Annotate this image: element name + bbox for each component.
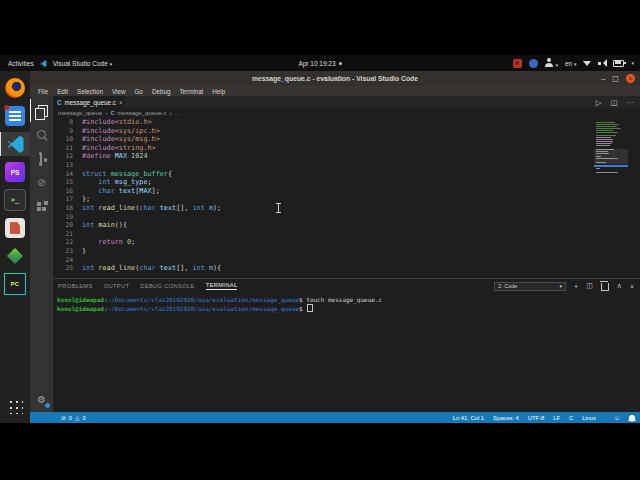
search-icon[interactable] [30, 123, 53, 146]
activity-bar: ⊘ ⚙ [30, 96, 53, 412]
breadcrumb-file[interactable]: message_queue.c [117, 110, 166, 116]
code-line-9[interactable]: 9#include<sys/ipc.h> [53, 127, 640, 136]
firefox-dock-icon[interactable] [3, 76, 27, 100]
more-actions-icon[interactable]: ··· [627, 98, 635, 107]
firefox-icon [5, 78, 25, 98]
status-cursor-position[interactable]: Ln 41, Col 1 [453, 415, 484, 421]
status-eol[interactable]: LF [553, 415, 560, 421]
panel-tab-output[interactable]: OUTPUT [104, 283, 130, 289]
menu-help[interactable]: Help [212, 88, 225, 95]
code-line-24[interactable]: 24 [53, 256, 640, 265]
menu-view[interactable]: View [112, 88, 126, 95]
menu-go[interactable]: Go [134, 88, 142, 95]
network-icon[interactable] [583, 61, 591, 66]
line-number: 15 [53, 178, 73, 187]
run-button[interactable]: ▷ [596, 98, 602, 107]
terminal-app-dock-icon[interactable]: >_ [3, 188, 27, 212]
code-line-14[interactable]: 14struct message_buffer{ [53, 170, 640, 179]
phpstorm-dock-icon[interactable]: PS [3, 160, 27, 184]
libreoffice-dock-icon[interactable] [3, 216, 27, 240]
input-language-menu[interactable]: en ▾ [565, 60, 577, 67]
code-line-23[interactable]: 23} [53, 247, 640, 256]
terminal[interactable]: konul@ideapad:~/Documents/sfaz20192020/o… [53, 292, 640, 313]
problems-status[interactable]: ⊘ 0 △ 0 [61, 415, 86, 421]
minimap-slider[interactable] [594, 149, 628, 164]
editor-minimap[interactable] [596, 122, 626, 182]
explorer-icon[interactable] [30, 99, 54, 122]
code-editor[interactable]: 8#include<stdio.h>9#include<sys/ipc.h>10… [53, 118, 640, 278]
activities-button[interactable]: Activities [8, 60, 34, 67]
maximize-button[interactable]: ◻ [612, 75, 619, 83]
pycharm-dock-icon[interactable]: PC [3, 272, 27, 296]
menu-terminal[interactable]: Terminal [179, 88, 203, 95]
ubuntu-dock: PS>_PC [0, 71, 30, 423]
panel-tab-terminal[interactable]: TERMINAL [206, 282, 238, 290]
code-line-10[interactable]: 10#include<sys/msg.h> [53, 135, 640, 144]
menu-edit[interactable]: Edit [57, 88, 68, 95]
split-editor-icon[interactable]: ◫ [610, 98, 617, 107]
tab-message-queue[interactable]: C message_queue.c × [53, 96, 125, 108]
code-line-22[interactable]: 22 return 0; [53, 238, 640, 247]
menu-file[interactable]: File [38, 88, 48, 95]
code-line-25[interactable]: 25int read_line(char text[], int n){ [53, 264, 640, 273]
tab-close-icon[interactable]: × [119, 99, 123, 106]
code-line-12[interactable]: 12#define MAX 1024 [53, 152, 640, 161]
close-button[interactable]: × [626, 74, 635, 83]
screen: Activities Visual Studio Code ▾ Apr 10 1… [0, 0, 640, 480]
manage-gear-icon[interactable]: ⚙ [30, 388, 53, 411]
new-terminal-icon[interactable]: + [574, 283, 578, 290]
clock[interactable]: Apr 10 19:23 [298, 60, 335, 67]
code-line-13[interactable]: 13 [53, 161, 640, 170]
kill-terminal-icon[interactable] [601, 283, 609, 291]
vscode-dock-icon[interactable] [0, 132, 31, 156]
debug-icon[interactable]: ⊘ [30, 171, 53, 194]
line-number: 9 [53, 127, 73, 136]
status-language-mode[interactable]: C [569, 415, 573, 421]
status-indentation[interactable]: Spaces: 4 [493, 415, 519, 421]
panel-tab-problems[interactable]: PROBLEMS [58, 283, 93, 289]
menu-bar: FileEditSelectionViewGoDebugTerminalHelp [30, 86, 640, 96]
code-line-21[interactable]: 21 [53, 230, 640, 239]
window-title-bar[interactable]: message_queue.c - evaluation - Visual St… [30, 71, 640, 86]
line-number: 14 [53, 170, 73, 179]
maximize-panel-icon[interactable]: ∧ [617, 282, 622, 290]
extensions-icon[interactable] [30, 195, 53, 218]
files-icon [5, 106, 25, 126]
battery-icon[interactable] [613, 60, 624, 67]
line-number: 19 [53, 213, 73, 222]
split-terminal-icon[interactable]: ◫ [586, 282, 593, 290]
code-line-17[interactable]: 17}; [53, 195, 640, 204]
panel-tab-debug-console[interactable]: DEBUG CONSOLE [140, 283, 194, 289]
code-line-18[interactable]: 18int read_line(char text[], int n); [53, 204, 640, 213]
show-applications-button[interactable] [7, 398, 23, 414]
code-line-15[interactable]: 15 int msg_type; [53, 178, 640, 187]
close-panel-icon[interactable]: × [630, 283, 634, 290]
code-text: int main(){ [82, 221, 127, 230]
menu-debug[interactable]: Debug [152, 88, 171, 95]
focused-app-menu[interactable]: Visual Studio Code ▾ [53, 60, 113, 67]
breadcrumb: message_queue › C message_queue.c › … [53, 108, 640, 118]
status-remote-os[interactable]: Linux [582, 415, 596, 421]
user-menu[interactable]: ▾ [545, 58, 558, 68]
code-line-19[interactable]: 19 [53, 213, 640, 222]
code-text: int read_line(char text[], int n); [82, 204, 221, 213]
screen-record-icon[interactable] [513, 59, 522, 68]
breadcrumb-more[interactable]: … [174, 110, 180, 116]
code-line-11[interactable]: 11#include<string.h> [53, 144, 640, 153]
feedback-smiley-icon[interactable]: ☺ [614, 415, 620, 421]
system-menu-caret-icon[interactable]: ▾ [631, 60, 634, 66]
minimize-button[interactable]: – [601, 75, 605, 83]
menu-selection[interactable]: Selection [77, 88, 103, 95]
files-dock-icon[interactable] [3, 104, 27, 128]
volume-icon[interactable] [598, 59, 606, 67]
code-line-16[interactable]: 16 char text[MAX]; [53, 187, 640, 196]
terminal-select[interactable]: 2: Code▾ [494, 282, 566, 291]
code-line-20[interactable]: 20int main(){ [53, 221, 640, 230]
breadcrumb-folder[interactable]: message_queue [58, 110, 102, 116]
boxes-dock-icon[interactable] [3, 244, 27, 268]
code-line-8[interactable]: 8#include<stdio.h> [53, 118, 640, 127]
notifications-bell-icon[interactable] [629, 415, 635, 420]
app-indicator-icon[interactable] [529, 59, 538, 68]
source-control-icon[interactable] [30, 147, 53, 170]
status-encoding[interactable]: UTF-8 [528, 415, 544, 421]
